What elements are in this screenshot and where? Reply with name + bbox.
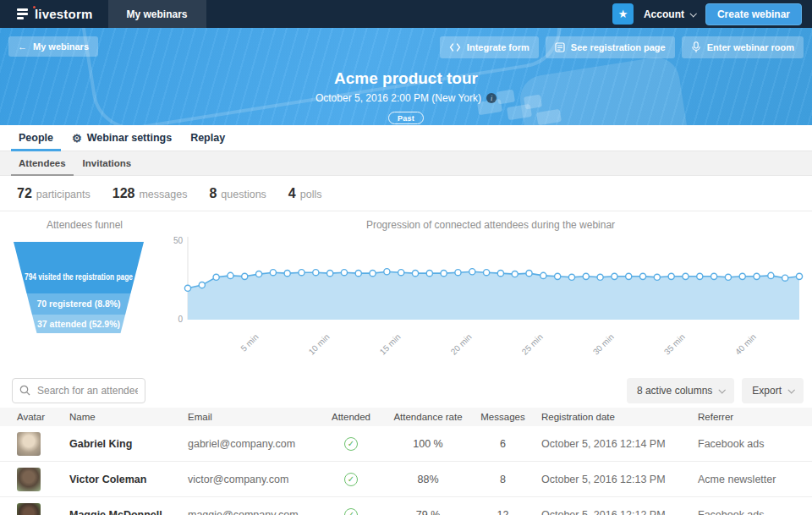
favorites-star-button[interactable]: ★	[612, 3, 634, 25]
account-menu[interactable]: Account	[644, 8, 695, 20]
tab-webinar-settings[interactable]: ⚙ Webinar settings	[64, 125, 179, 151]
chart-point[interactable]	[370, 271, 376, 277]
column-header-avatar: Avatar	[17, 412, 69, 422]
chart-point[interactable]	[455, 270, 461, 276]
tab-people[interactable]: People	[11, 125, 61, 151]
chart-point[interactable]	[213, 274, 219, 280]
chart-point[interactable]	[184, 285, 190, 291]
chart-point[interactable]	[355, 271, 361, 277]
funnel-segment-label: 37 attended (52.9%)	[37, 319, 120, 329]
chart-point[interactable]	[313, 270, 319, 276]
x-axis-tick: 40 min	[733, 332, 758, 357]
chart-point[interactable]	[626, 273, 632, 279]
active-columns-button[interactable]: 8 active columns	[627, 378, 734, 403]
status-badge: Past	[388, 112, 424, 124]
chart-point[interactable]	[526, 271, 532, 277]
export-button[interactable]: Export	[742, 378, 804, 403]
chart-point[interactable]	[497, 271, 503, 277]
star-icon: ★	[618, 8, 628, 20]
chart-point[interactable]	[754, 273, 760, 279]
cell-registration-date: October 5, 2016 12:12 PM	[526, 509, 683, 515]
x-axis-tick: 30 min	[591, 332, 616, 357]
top-navbar: livestorm My webinars ★ Account Create w…	[0, 0, 812, 28]
chart-point[interactable]	[242, 273, 248, 279]
chart-point[interactable]	[768, 272, 774, 278]
column-header-email: Email	[188, 412, 326, 422]
column-header-name: Name	[69, 412, 188, 422]
chart-point[interactable]	[654, 274, 660, 280]
tab-replay[interactable]: Replay	[183, 125, 233, 151]
cell-name: Maggie McDonnell	[69, 509, 188, 515]
x-axis-tick: 20 min	[449, 332, 474, 357]
cell-name: Victor Coleman	[69, 474, 188, 485]
chart-point[interactable]	[483, 270, 489, 276]
see-registration-page-button[interactable]: See registration page	[546, 36, 675, 58]
chart-point[interactable]	[412, 271, 418, 277]
cell-avatar	[17, 468, 69, 491]
attendees-funnel-panel: Attendees funnel 794 visited the registr…	[0, 211, 169, 374]
enter-webinar-room-button[interactable]: Enter webinar room	[682, 36, 804, 58]
x-axis-tick: 15 min	[378, 332, 403, 357]
attendees-chart-panel: Progression of connected attendees durin…	[169, 211, 812, 374]
chart-point[interactable]	[299, 270, 304, 276]
nav-tab-my-webinars[interactable]: My webinars	[108, 0, 206, 28]
cell-attendance-rate: 100 %	[376, 438, 480, 450]
chart-point[interactable]	[782, 275, 788, 281]
chart-point[interactable]	[711, 273, 717, 279]
cell-referrer: Acme newsletter	[683, 474, 795, 485]
chart-point[interactable]	[284, 271, 290, 277]
chart-point[interactable]	[540, 272, 546, 278]
analytics-section: Attendees funnel 794 visited the registr…	[0, 211, 812, 374]
create-webinar-button[interactable]: Create webinar	[705, 3, 802, 25]
chart-point[interactable]	[568, 274, 574, 280]
chart-point[interactable]	[327, 271, 333, 277]
chart-point[interactable]	[639, 273, 645, 279]
cell-attended: ✓	[326, 473, 376, 486]
chart-point[interactable]	[683, 273, 689, 279]
webinar-hero-banner: ← My webinars Integrate form See registr…	[0, 28, 812, 125]
subtab-invitations[interactable]: Invitations	[75, 151, 140, 175]
chart-point[interactable]	[228, 272, 233, 278]
avatar	[17, 432, 41, 456]
chart-point[interactable]	[583, 273, 589, 279]
chart-point[interactable]	[612, 273, 617, 279]
chart-point[interactable]	[398, 270, 404, 276]
x-axis-tick: 25 min	[520, 332, 545, 357]
chart-point[interactable]	[555, 273, 561, 279]
chevron-down-icon	[787, 386, 794, 393]
chart-point[interactable]	[597, 274, 603, 280]
chart-point[interactable]	[739, 273, 745, 279]
y-axis-tick: 50	[173, 236, 184, 245]
chart-title: Progression of connected attendees durin…	[169, 219, 812, 231]
main-tabs-bar: People ⚙ Webinar settings Replay	[0, 125, 812, 151]
avatar	[17, 503, 41, 515]
table-row[interactable]: Victor Colemanvictor@company.com✓88%8Oct…	[0, 462, 812, 497]
chart-point[interactable]	[270, 270, 276, 276]
chart-point[interactable]	[384, 269, 390, 275]
chart-area	[188, 271, 799, 320]
chart-point[interactable]	[796, 273, 802, 279]
column-header-attended: Attended	[326, 412, 376, 422]
chart-point[interactable]	[697, 273, 703, 279]
stats-bar: 72participants 128messages 8questions 4p…	[0, 176, 812, 211]
attendees-chart-svg: 5005 min10 min15 min20 min25 min30 min35…	[169, 233, 812, 361]
search-input[interactable]	[12, 378, 145, 403]
column-header-attendance-rate: Attendance rate	[376, 412, 480, 422]
chart-point[interactable]	[341, 270, 347, 276]
chart-point[interactable]	[469, 269, 475, 275]
subtab-attendees[interactable]: Attendees	[11, 151, 74, 175]
column-header-messages: Messages	[480, 412, 526, 422]
integrate-form-button[interactable]: Integrate form	[440, 36, 539, 58]
chart-point[interactable]	[255, 271, 261, 277]
back-to-webinars-button[interactable]: ← My webinars	[8, 36, 98, 57]
chart-point[interactable]	[441, 271, 447, 277]
chart-point[interactable]	[199, 282, 205, 288]
table-row[interactable]: Maggie McDonnellmaggie@company.com✓79 %1…	[0, 497, 812, 515]
chart-point[interactable]	[426, 271, 432, 277]
info-icon[interactable]: i	[486, 93, 497, 103]
chart-point[interactable]	[725, 274, 731, 280]
chart-point[interactable]	[668, 273, 674, 279]
livestorm-logo[interactable]: livestorm	[0, 0, 108, 28]
table-row[interactable]: Gabriel Kinggabriel@company.com✓100 %6Oc…	[0, 426, 812, 462]
chart-point[interactable]	[512, 271, 518, 277]
